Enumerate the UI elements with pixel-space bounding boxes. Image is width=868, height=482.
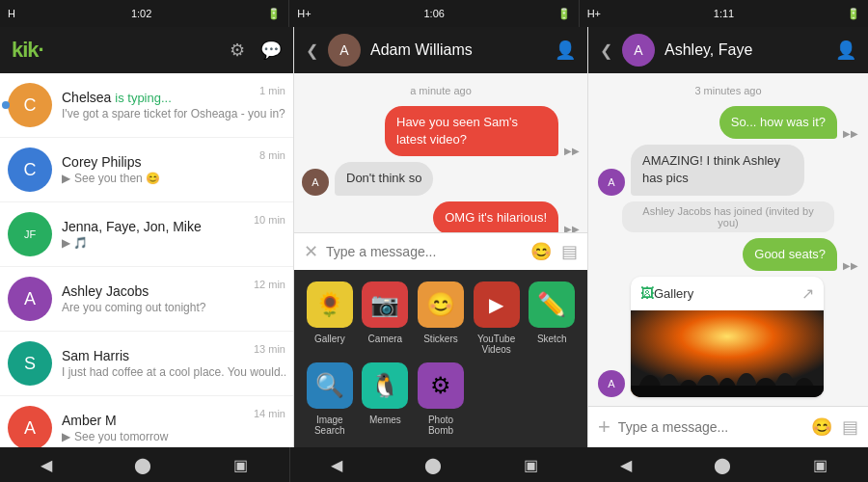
emoji-icon-3[interactable]: 😊 bbox=[811, 416, 832, 438]
gallery-icon-box: 🌻 bbox=[307, 281, 353, 328]
ashley-chat-input-row: + 😊 ▤ bbox=[588, 406, 868, 447]
contact-info-chelsea: Chelsea is typing... I've got a spare ti… bbox=[62, 90, 285, 120]
settings-icon[interactable]: ⚙ bbox=[230, 40, 245, 61]
nav-section-3: ◀ ⬤ ▣ bbox=[579, 447, 868, 482]
back-nav-button[interactable]: ◀ bbox=[41, 456, 52, 474]
back-nav-button-2[interactable]: ◀ bbox=[331, 456, 342, 474]
home-nav-button[interactable]: ⬤ bbox=[134, 456, 151, 474]
contact-item-group[interactable]: JF Jenna, Faye, Jon, Mike ▶ 🎵 10 min bbox=[0, 202, 293, 267]
camera-icon-box: 📷 bbox=[362, 281, 408, 328]
photobomb-button[interactable]: ⚙ Photo Bomb bbox=[417, 362, 465, 436]
gallery-button[interactable]: 🌻 Gallery bbox=[306, 281, 354, 355]
gallery-card[interactable]: 🖼 Gallery ↗ bbox=[631, 277, 824, 397]
people-icon-3[interactable]: 👤 bbox=[835, 40, 856, 61]
avatar-sam: S bbox=[8, 341, 52, 386]
avatar-corey: C bbox=[8, 147, 52, 192]
status-bar-1: H 1:02 🔋 bbox=[0, 0, 288, 27]
contacts-panel: kik· ⚙ 💬 C Chelsea is typing... I've got… bbox=[0, 27, 294, 447]
people-icon[interactable]: 👤 bbox=[555, 40, 576, 61]
recent-nav-button-2[interactable]: ▣ bbox=[524, 456, 538, 474]
contact-item-chelsea[interactable]: C Chelsea is typing... I've got a spare … bbox=[0, 73, 293, 138]
stickers-label: Stickers bbox=[423, 334, 458, 344]
ashley-msg-row-2: A AMAZING! I think Ashley has pics bbox=[598, 145, 858, 195]
ashley-avatar: A bbox=[622, 34, 655, 67]
contact-time-chelsea: 1 min bbox=[259, 85, 285, 96]
recent-nav-button[interactable]: ▣ bbox=[233, 456, 248, 474]
close-media-button[interactable]: ✕ bbox=[304, 241, 318, 262]
contact-preview-amber: ▶ See you tomorrow bbox=[62, 430, 285, 443]
adam-chat-header: ❮ A Adam Williams 👤 bbox=[294, 27, 587, 73]
stickers-button[interactable]: 😊 Stickers bbox=[417, 281, 465, 355]
chat3-timestamp: 3 minutes ago bbox=[598, 85, 858, 96]
compose-icon[interactable]: 💬 bbox=[260, 40, 282, 61]
adam-avatar: A bbox=[328, 34, 361, 67]
sketch-icon-box: ✏️ bbox=[529, 281, 575, 328]
ashley-chat-messages: 3 minutes ago ▶▶ So... how was it? A AMA… bbox=[588, 73, 868, 406]
ashley-msg-row-4: ▶▶ Good seats? bbox=[598, 238, 858, 271]
youtube-button[interactable]: ▶ YouTube Videos bbox=[473, 281, 521, 355]
contact-preview-ashley: Are you coming out tonight? bbox=[62, 301, 285, 314]
back-nav-button-3[interactable]: ◀ bbox=[620, 456, 632, 474]
back-icon[interactable]: ❮ bbox=[306, 41, 318, 60]
delivered-icon-a1: ▶▶ bbox=[843, 128, 858, 139]
attach-icon-3[interactable]: ▤ bbox=[842, 416, 858, 438]
share-icon[interactable]: ↗ bbox=[801, 284, 814, 303]
home-nav-button-2[interactable]: ⬤ bbox=[424, 456, 442, 474]
avatar-amber: A bbox=[8, 406, 52, 447]
gallery-card-title: Gallery bbox=[654, 286, 693, 301]
ashley-chat-panel: ❮ A Ashley, Faye 👤 3 minutes ago ▶▶ So..… bbox=[588, 27, 868, 447]
message-row-2: A Don't think so bbox=[302, 162, 580, 195]
contact-item-amber[interactable]: A Amber M ▶ See you tomorrow 14 min bbox=[0, 396, 293, 447]
media-picker: 🌻 Gallery 📷 Camera 😊 Stickers ▶ YouTube … bbox=[294, 270, 587, 447]
kik-logo: kik· bbox=[12, 38, 43, 63]
main-content: kik· ⚙ 💬 C Chelsea is typing... I've got… bbox=[0, 27, 868, 447]
ashley-message-1: So... how was it? bbox=[719, 106, 837, 139]
contact-info-corey: Corey Philips ▶ See you then 😊 bbox=[62, 154, 285, 185]
adam-message-input[interactable] bbox=[326, 244, 523, 259]
sketch-button[interactable]: ✏️ Sketch bbox=[528, 281, 576, 355]
image-search-label: Image Search bbox=[306, 415, 354, 436]
adam-chat-name: Adam Williams bbox=[370, 41, 545, 59]
contact-item-ashley[interactable]: A Ashley Jacobs Are you coming out tonig… bbox=[0, 267, 293, 332]
typing-status: is typing... bbox=[115, 91, 172, 105]
attach-icon[interactable]: ▤ bbox=[561, 241, 578, 262]
ashley-msg-row-1: ▶▶ So... how was it? bbox=[598, 106, 858, 139]
unread-dot bbox=[2, 101, 10, 109]
signal-2: H+ bbox=[297, 8, 311, 19]
header-icons: ⚙ 💬 bbox=[230, 40, 282, 61]
input-icons-3: 😊 ▤ bbox=[811, 416, 858, 438]
gallery-card-icon: 🖼 bbox=[640, 285, 654, 301]
battery-1: 🔋 bbox=[267, 8, 281, 20]
youtube-label: YouTube Videos bbox=[473, 334, 521, 355]
contact-time-corey: 8 min bbox=[259, 149, 285, 161]
ashley-msg-avatar: A bbox=[598, 169, 625, 196]
input-icons: 😊 ▤ bbox=[530, 241, 578, 262]
contact-item-sam[interactable]: S Sam Harris I just had coffee at a cool… bbox=[0, 332, 293, 396]
contact-name-sam: Sam Harris bbox=[62, 348, 285, 363]
contact-list: C Chelsea is typing... I've got a spare … bbox=[0, 73, 293, 447]
emoji-icon[interactable]: 😊 bbox=[530, 241, 552, 262]
back-icon-3[interactable]: ❮ bbox=[600, 41, 612, 60]
ashley-message-input[interactable] bbox=[618, 419, 803, 435]
sketch-label: Sketch bbox=[537, 334, 567, 344]
svg-rect-10 bbox=[631, 386, 824, 397]
stickers-icon-box: 😊 bbox=[418, 281, 464, 328]
memes-icon-box: 🐧 bbox=[362, 362, 408, 409]
ashley-message-2: AMAZING! I think Ashley has pics bbox=[631, 145, 804, 195]
contact-name-group: Jenna, Faye, Jon, Mike bbox=[62, 219, 285, 234]
contact-item-corey[interactable]: C Corey Philips ▶ See you then 😊 8 min bbox=[0, 138, 293, 202]
contact-preview-chelsea: I've got a spare ticket for Osheaga - yo… bbox=[62, 107, 285, 120]
camera-button[interactable]: 📷 Camera bbox=[362, 281, 410, 355]
add-media-button[interactable]: + bbox=[598, 415, 610, 440]
contact-time-amber: 14 min bbox=[254, 408, 285, 419]
home-nav-button-3[interactable]: ⬤ bbox=[714, 456, 731, 474]
message-row-1: ▶▶ Have you seen Sam's latest video? bbox=[302, 106, 580, 156]
gallery-card-row: A 🖼 Gallery ↗ bbox=[598, 277, 858, 397]
youtube-icon-box: ▶ bbox=[474, 281, 520, 328]
image-search-button[interactable]: 🔍 Image Search bbox=[306, 362, 354, 436]
message-bubble-1: Have you seen Sam's latest video? bbox=[385, 106, 558, 156]
ashley-chat-name: Ashley, Faye bbox=[665, 41, 826, 59]
gallery-label: Gallery bbox=[314, 334, 345, 344]
memes-button[interactable]: 🐧 Memes bbox=[362, 362, 410, 436]
recent-nav-button-3[interactable]: ▣ bbox=[813, 456, 827, 474]
